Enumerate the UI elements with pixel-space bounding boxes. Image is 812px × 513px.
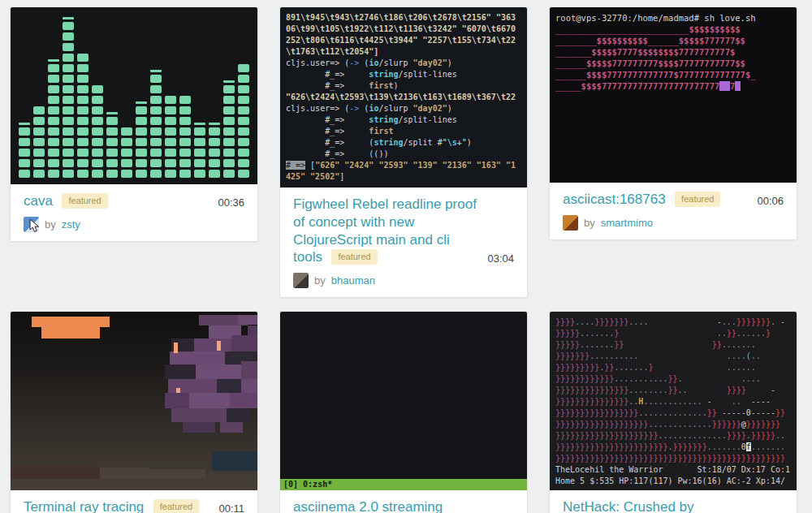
pixel-block bbox=[11, 466, 100, 479]
by-label: by bbox=[584, 217, 595, 229]
pixel-block bbox=[212, 451, 257, 471]
duration-label: 00:36 bbox=[218, 196, 244, 210]
pixel-block bbox=[217, 341, 221, 351]
terminal-line: }}}}}.......} ..}}......} bbox=[555, 328, 791, 339]
asciicast-title-link[interactable]: Figwheel Rebel readline proof of concept… bbox=[293, 196, 477, 265]
pixel-block bbox=[171, 408, 227, 422]
terminal-line: _____$$$$77777777777777777777777 7 bbox=[555, 80, 791, 92]
asciicast-card-nethack: }}}}....}}}}}}}.... -...}}}}}}}. -}}}}}.… bbox=[549, 311, 797, 513]
author-link[interactable]: bhauman bbox=[331, 274, 375, 287]
terminal-line: \t1763\t112\t2054"] bbox=[286, 46, 521, 58]
asciicast-title-link[interactable]: Terminal ray tracing bbox=[24, 499, 144, 513]
pixel-block bbox=[174, 343, 178, 353]
terminal-line: #_=> string/split-lines bbox=[286, 114, 521, 126]
terminal-line: ______$$$$$777777777$$$$77777777777$$ bbox=[555, 58, 791, 69]
terminal-line: }}}}}}}}}}}}}}}}}}}}}..............}}}}.… bbox=[555, 430, 791, 442]
terminal-line: 891\t945\t943\t2746\t186\t206\t2678\t215… bbox=[286, 12, 521, 24]
card-meta: cava featured 00:36 by zsty bbox=[11, 184, 257, 241]
terminal-line: }}}}....}}}}}}}.... -...}}}}}}}. - bbox=[555, 317, 791, 328]
card-meta: asciinema 2.0 streaming featured 15:33 b… bbox=[280, 490, 527, 513]
terminal-line: cljs.user=> (-> (io/slurp "day02") bbox=[286, 103, 521, 114]
terminal-line: #_=> ["626" "2424" "2593" "139" "2136" "… bbox=[286, 160, 521, 171]
pixel-block bbox=[231, 335, 257, 351]
pixel-block bbox=[32, 317, 110, 327]
pixel-block bbox=[149, 461, 212, 469]
terminal-line: _______$$$$$7777$$$$$$$$7777777777$ bbox=[555, 46, 791, 58]
terminal-line: }}}}}}}}}}}}}}}..H............ - .. ---- bbox=[555, 396, 791, 407]
terminal-line: #_=> string/split-lines bbox=[286, 69, 521, 80]
asciicast-thumbnail[interactable]: [0] 0:zsh* bbox=[280, 312, 527, 490]
avatar[interactable] bbox=[24, 217, 39, 232]
pixel-block bbox=[170, 351, 225, 364]
asciicast-grid: cava featured 00:36 by zsty 891\t945\t94… bbox=[0, 0, 812, 513]
terminal-line: }}}}}.......}} }}....... bbox=[555, 339, 791, 351]
duration-label: 03:04 bbox=[487, 252, 514, 266]
terminal-line: }}}}}}}}}}}}...........}}. .... bbox=[555, 373, 791, 385]
asciicast-card-streaming: [0] 0:zsh* asciinema 2.0 streaming featu… bbox=[279, 311, 528, 513]
pixel-block bbox=[230, 393, 257, 408]
pixel-block bbox=[183, 422, 215, 433]
audio-visualizer-bars bbox=[19, 14, 249, 178]
pixel-block bbox=[220, 422, 243, 433]
author-link[interactable]: zsty bbox=[62, 218, 80, 231]
asciicast-title-link[interactable]: asciicast:168763 bbox=[563, 192, 666, 207]
pixel-block bbox=[194, 338, 231, 351]
terminal-line: Home 5 $:535 HP:117(117) Pw:16(16) AC:-2… bbox=[555, 476, 791, 487]
terminal-line: ______$$$$7777777777777$7777777777777$_ bbox=[555, 69, 791, 80]
card-meta: Figwheel Rebel readline proof of concept… bbox=[280, 188, 527, 297]
featured-badge: featured bbox=[675, 192, 720, 207]
terminal-line: #_=> first bbox=[286, 126, 521, 137]
asciicast-thumbnail[interactable]: 891\t945\t943\t2746\t186\t206\t2678\t215… bbox=[280, 7, 527, 188]
tmux-statusbar: [0] 0:zsh* bbox=[280, 479, 527, 490]
asciicast-thumbnail[interactable] bbox=[11, 7, 257, 184]
pixel-block bbox=[196, 364, 241, 379]
asciicast-title-link[interactable]: cava bbox=[24, 193, 53, 209]
featured-badge: featured bbox=[62, 193, 107, 209]
pixel-block bbox=[217, 379, 241, 393]
terminal-line: #_=> first) bbox=[286, 80, 521, 92]
terminal-line: 252\t806\t6116\t4425\t3944" "2257\t155\t… bbox=[286, 35, 521, 46]
card-row: Terminal ray tracing featured 00:11 by k… bbox=[10, 311, 802, 513]
terminal-line: root@vps-32770:/home/madmad# sh love.sh bbox=[555, 12, 791, 24]
terminal-line: cljs.user=> (-> (io/slurp "day02") bbox=[286, 58, 521, 69]
terminal-line: ________$$$$$$$$$$______$$$$$777777$$ bbox=[555, 35, 791, 46]
pixel-block bbox=[100, 468, 205, 479]
pixel-block bbox=[165, 393, 189, 408]
pixel-block bbox=[241, 361, 257, 379]
asciicast-card-figwheel: 891\t945\t943\t2746\t186\t206\t2678\t215… bbox=[279, 6, 528, 298]
card-meta: asciicast:168763 featured 00:06 by smart… bbox=[550, 183, 797, 239]
featured-badge: featured bbox=[331, 249, 377, 265]
by-label: by bbox=[314, 274, 326, 287]
terminal-line: }}}}}}}}}}}}}}}}}}}}}}}.}}}}}}}.......0f… bbox=[555, 442, 791, 453]
asciicast-card-cava: cava featured 00:36 by zsty bbox=[10, 6, 258, 242]
terminal-line: 06\t99\t105\t1922\t112\t1136\t3242" "607… bbox=[286, 24, 521, 35]
pixel-block bbox=[238, 315, 257, 325]
avatar[interactable] bbox=[293, 273, 309, 288]
terminal-line: }}}}}}}}}.}}.......} ...... bbox=[555, 362, 791, 373]
terminal-line: #_=> (string/split #"\s+") bbox=[286, 137, 521, 149]
terminal-line: 425" "2502"] bbox=[286, 171, 521, 183]
pixel-block bbox=[165, 364, 196, 379]
asciicast-thumbnail[interactable] bbox=[11, 312, 257, 490]
duration-label: 00:06 bbox=[757, 195, 784, 209]
asciicast-thumbnail[interactable]: }}}}....}}}}}}}.... -...}}}}}}}. -}}}}}.… bbox=[550, 312, 797, 490]
card-meta: NetHack: Crushed by collapsing drawbridg… bbox=[550, 490, 797, 513]
featured-badge: featured bbox=[153, 499, 199, 513]
terminal-line: }}}}}}}}}}}}}}}}}}}}}}}}}}}}}}}}}}}}}}}}… bbox=[555, 453, 791, 464]
terminal-line: TheLocehil the Warrior St:18/07 Dx:17 Co… bbox=[555, 464, 791, 476]
asciicast-title-link[interactable]: asciinema 2.0 streaming bbox=[293, 499, 443, 513]
pixel-block bbox=[189, 393, 230, 408]
author-link[interactable]: smartmimo bbox=[601, 217, 653, 229]
avatar[interactable] bbox=[563, 215, 578, 231]
terminal-line: }}}}}}}.......... ....(.. bbox=[555, 351, 791, 362]
terminal-line: }}}}}}}}}}}}}}}}}..............}} -----0… bbox=[555, 407, 791, 419]
terminal-line: __________________________$$$$$$$$$$ bbox=[555, 24, 791, 35]
pixel-block bbox=[41, 327, 100, 338]
terminal-line: }}}}}}}}}}}}}}}........}}.. }}}} - bbox=[555, 385, 791, 396]
card-row: cava featured 00:36 by zsty 891\t945\t94… bbox=[10, 6, 802, 298]
pixel-block bbox=[168, 379, 217, 393]
asciicast-title-link[interactable]: NetHack: Crushed by collapsing drawbridg… bbox=[563, 499, 696, 513]
duration-label: 00:11 bbox=[218, 502, 244, 513]
asciicast-thumbnail[interactable]: root@vps-32770:/home/madmad# sh love.sh_… bbox=[550, 7, 797, 183]
asciicast-card-raytracing: Terminal ray tracing featured 00:11 by k… bbox=[10, 311, 258, 513]
